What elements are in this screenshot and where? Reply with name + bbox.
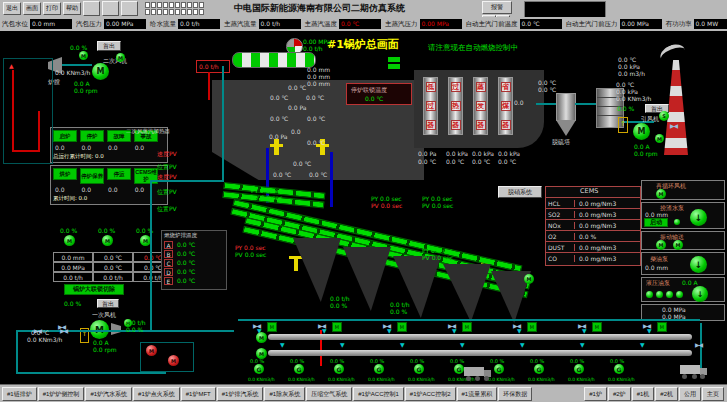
- motor-icon[interactable]: M: [673, 240, 683, 250]
- motor-icon[interactable]: M: [656, 189, 666, 199]
- diesel-pump-panel: 柴油泵 0.0 mm ↓: [641, 252, 725, 275]
- taskbar-screen-button[interactable]: #1炉ACC控制2: [405, 387, 456, 401]
- conveyor-motor[interactable]: M: [256, 332, 267, 343]
- valve-state-icon[interactable]: S: [659, 111, 669, 121]
- parameter-item: 给水流量0.0 t/h: [150, 19, 220, 29]
- alarm-cell: [181, 2, 186, 8]
- toolbar-button[interactable]: 画面: [23, 2, 41, 15]
- taskbar-unit-button[interactable]: 主页: [702, 387, 724, 401]
- feeder-motor-icon[interactable]: M: [64, 235, 75, 246]
- denox-system-button[interactable]: 脱硝系统: [498, 186, 542, 198]
- damper-icon[interactable]: G: [294, 364, 304, 374]
- cems-species: CO: [546, 255, 575, 262]
- motor-icon[interactable]: M: [524, 274, 534, 284]
- valve-motor-box[interactable]: M: [657, 322, 667, 332]
- boiler-op-button[interactable]: 停炉保养: [80, 168, 104, 184]
- cems-species: HCL: [546, 200, 575, 207]
- taskbar-unit-button[interactable]: #1机: [632, 387, 655, 401]
- taskbar-screen-button[interactable]: #1炉点火系统: [133, 387, 180, 401]
- taskbar-screen-button[interactable]: #1炉排汽系统: [217, 387, 264, 401]
- taskbar-screen-button[interactable]: #1炉MFT: [181, 387, 216, 401]
- boiler-op-button[interactable]: 烘炉: [53, 168, 77, 180]
- taskbar-screen-button[interactable]: 压缩空气系统: [306, 387, 352, 401]
- damper-icon[interactable]: G: [334, 364, 344, 374]
- grate-zone-temp: 0.0 ℃: [177, 277, 195, 285]
- taskbar-screen-button[interactable]: #1炉汽水系统: [85, 387, 132, 401]
- taskbar-screen-button[interactable]: #1链排炉: [2, 387, 37, 401]
- taskbar-screen-button[interactable]: #1除灰系统: [264, 387, 305, 401]
- grate-zone-key: D: [164, 268, 173, 276]
- pump-icon[interactable]: ↓: [690, 256, 707, 273]
- taskbar-screen-button[interactable]: #1炉ACC控制1: [353, 387, 404, 401]
- toolbar-button[interactable]: 退出: [3, 2, 21, 15]
- fan-outlet: [111, 323, 121, 335]
- value-label: PY 0.0 sec: [422, 247, 453, 254]
- parameter-value: 0.0 mm: [30, 19, 72, 29]
- pump-icon[interactable]: ↓: [690, 209, 707, 226]
- value-label: 0.0 ℃: [293, 160, 311, 167]
- taskbar-screen-button[interactable]: 环保数据: [498, 387, 532, 401]
- taskbar-unit-button[interactable]: #2机: [655, 387, 678, 401]
- motor-icon[interactable]: M: [656, 240, 666, 250]
- boiler-op-button[interactable]: 停运: [107, 168, 131, 180]
- damper-icon[interactable]: G: [494, 364, 504, 374]
- value-label: 0.0 ℃: [472, 158, 490, 165]
- pump-motor-icon[interactable]: M: [168, 355, 179, 366]
- valve-motor-box[interactable]: M: [397, 322, 407, 332]
- value-label: 0.0 t/h: [126, 319, 146, 326]
- burner-icon: [274, 139, 279, 155]
- pump-start-button[interactable]: 启动: [644, 218, 668, 227]
- parameter-label: 自动主汽门前温度: [466, 20, 518, 29]
- boiler-op-button[interactable]: 启炉: [53, 130, 77, 142]
- motor-icon[interactable]: M: [79, 51, 88, 60]
- valve-motor-box[interactable]: M: [462, 322, 472, 332]
- alarm-button[interactable]: 报警: [482, 1, 512, 14]
- scada-window: 退出画面打印帮助 中电国际新能源海南有限公司二期仿真系统 报警 确认 消音 汽包…: [0, 0, 727, 402]
- alarm-cell: [181, 9, 186, 15]
- damper-flow: 0.0 KNm3/h: [488, 376, 515, 383]
- valve-motor-box[interactable]: M: [332, 322, 342, 332]
- damper-icon[interactable]: G: [374, 364, 384, 374]
- taskbar-screen-button[interactable]: #1炉炉侧控制: [38, 387, 85, 401]
- taskbar-unit-button[interactable]: #1炉: [584, 387, 607, 401]
- pump-motor-icon[interactable]: M: [146, 345, 157, 356]
- valve-motor-box[interactable]: M: [267, 322, 277, 332]
- value-label: 0.0 ℃: [270, 115, 288, 122]
- toolbar-blank-slot: [102, 1, 119, 16]
- parameter-label: 有功功率: [666, 20, 692, 29]
- value-label: 0.0 ℃: [498, 158, 516, 165]
- taskbar-unit-button[interactable]: #2炉: [608, 387, 631, 401]
- id-fan-motor[interactable]: M: [633, 123, 650, 140]
- damper-icon[interactable]: G: [534, 364, 544, 374]
- damper-icon[interactable]: G: [574, 364, 584, 374]
- grate-drive-pv-label: 位置PV: [157, 163, 177, 170]
- screen-taskbar: #1链排炉#1炉炉侧控制#1炉汽水系统#1炉点火系统#1炉MFT#1炉排汽系统#…: [0, 384, 727, 402]
- first-out-button[interactable]: 首出: [97, 299, 119, 308]
- boiler-interlock-cut-button[interactable]: 锅炉大联锁切除: [64, 284, 124, 295]
- flow-arrow: ▼: [520, 341, 525, 348]
- damper-icon[interactable]: G: [454, 364, 464, 374]
- motor-icon[interactable]: M: [116, 53, 125, 62]
- value-label: 0.0 t/h: [199, 63, 219, 70]
- value-label: PY 0.0 sec: [235, 244, 266, 251]
- motor-icon[interactable]: M: [655, 134, 664, 143]
- vibrating-conveyor-label: 振动输送: [660, 233, 684, 240]
- feeder-motor-icon[interactable]: M: [102, 235, 113, 246]
- pump-icon[interactable]: ↓: [692, 286, 708, 302]
- boiler-op-button[interactable]: 停炉: [80, 130, 104, 142]
- secondary-fan-motor[interactable]: M: [92, 63, 109, 80]
- damper-icon[interactable]: G: [614, 364, 624, 374]
- toolbar-button[interactable]: 打印: [43, 2, 61, 15]
- taskbar-unit-button[interactable]: 公用: [679, 387, 701, 401]
- alarm-cell: [187, 9, 192, 15]
- valve-motor-box[interactable]: M: [527, 322, 537, 332]
- taskbar-screen-button[interactable]: #1流量累积: [457, 387, 498, 401]
- valve-motor-box[interactable]: M: [592, 322, 602, 332]
- value-label: 0.0 %: [70, 44, 87, 51]
- toolbar-button[interactable]: 帮助: [63, 2, 81, 15]
- damper-icon[interactable]: G: [414, 364, 424, 374]
- damper-icon[interactable]: G: [254, 364, 264, 374]
- id-fan-label: 引风机: [641, 115, 659, 122]
- first-out-button[interactable]: 首出: [97, 41, 121, 51]
- desulfurization-tower: [556, 93, 576, 121]
